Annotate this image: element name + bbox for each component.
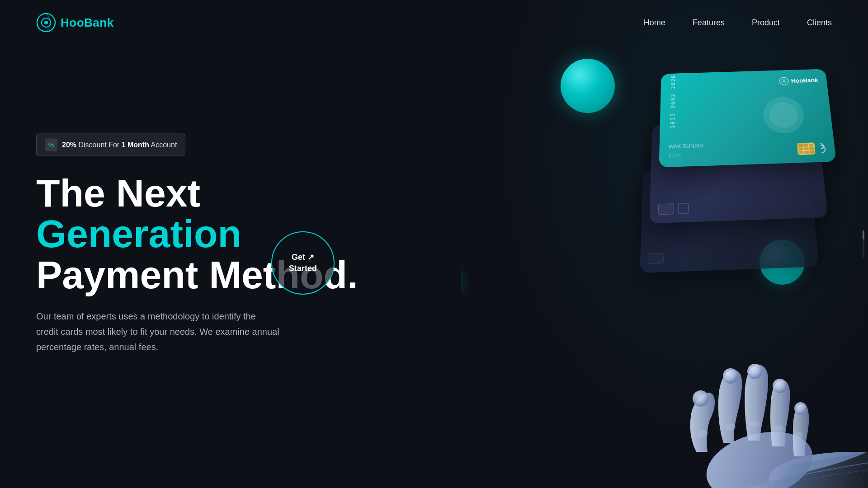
card-bot-chip-icon xyxy=(648,253,664,264)
card-date-label: 01/21 xyxy=(669,152,704,159)
svg-point-20 xyxy=(794,402,807,415)
card-mid-chip xyxy=(658,203,675,215)
svg-point-5 xyxy=(783,80,785,82)
card-mid-bottom xyxy=(658,203,689,215)
svg-point-16 xyxy=(693,390,709,407)
nav-item-home[interactable]: Home xyxy=(644,18,665,28)
robot-hand xyxy=(588,276,868,488)
card-bot-chip xyxy=(648,253,664,264)
navbar: HooBank Home Features Product Clients xyxy=(0,0,868,45)
card-logo-icon xyxy=(778,77,789,85)
chip-icon xyxy=(797,142,816,155)
cards-stack: 1833 3692 1028 HooBank WAK SUNARI 01/21 xyxy=(637,72,832,262)
orb-large xyxy=(561,59,615,113)
hero-title-line2: Generation xyxy=(36,212,241,255)
nav-item-features[interactable]: Features xyxy=(693,18,725,28)
get-started-button[interactable]: Get ↗Started xyxy=(271,231,335,295)
svg-point-19 xyxy=(773,379,787,393)
card-circle-bg xyxy=(762,96,806,134)
logo-icon xyxy=(36,13,56,33)
robot-hand-svg xyxy=(588,276,868,488)
scrollbar[interactable] xyxy=(863,230,864,258)
card-circle-inner xyxy=(769,102,799,128)
card-label-name: WAK SUNARI xyxy=(669,143,703,150)
logo-text: HooBank xyxy=(61,16,114,30)
badge-text: 20% Discount For 1 Month Account xyxy=(62,141,177,149)
nav-links: Home Features Product Clients xyxy=(644,18,832,28)
nfc-icon xyxy=(817,143,826,153)
card-bottom-area: WAK SUNARI 01/21 xyxy=(669,143,704,159)
hero-title-line1: The Next xyxy=(36,171,200,215)
discount-badge: % 20% Discount For 1 Month Account xyxy=(36,134,185,156)
svg-point-13 xyxy=(749,420,760,427)
hero-section: % 20% Discount For 1 Month Account The N… xyxy=(0,0,868,488)
card-icons xyxy=(797,142,826,155)
card-header: 1833 3692 1028 HooBank xyxy=(673,78,814,83)
discount-icon: % xyxy=(45,139,57,151)
svg-point-17 xyxy=(723,368,738,384)
card-brand-text: HooBank xyxy=(791,77,818,84)
card-mid-chip2 xyxy=(678,203,689,214)
hero-visual: 1833 3692 1028 HooBank WAK SUNARI 01/21 xyxy=(461,0,868,488)
nav-item-product[interactable]: Product xyxy=(752,18,780,28)
card-top: 1833 3692 1028 HooBank WAK SUNARI 01/21 xyxy=(659,69,836,168)
card-number: 1833 3692 1028 xyxy=(669,75,676,129)
logo[interactable]: HooBank xyxy=(36,13,114,33)
svg-point-18 xyxy=(747,364,763,379)
scrollbar-thumb xyxy=(863,230,864,239)
svg-point-2 xyxy=(44,21,48,24)
nav-item-clients[interactable]: Clients xyxy=(807,18,832,28)
hero-subtitle: Our team of experts uses a methodology t… xyxy=(36,308,280,354)
cta-text: Get ↗Started xyxy=(289,252,317,274)
card-logo-hoobank: HooBank xyxy=(778,76,818,85)
